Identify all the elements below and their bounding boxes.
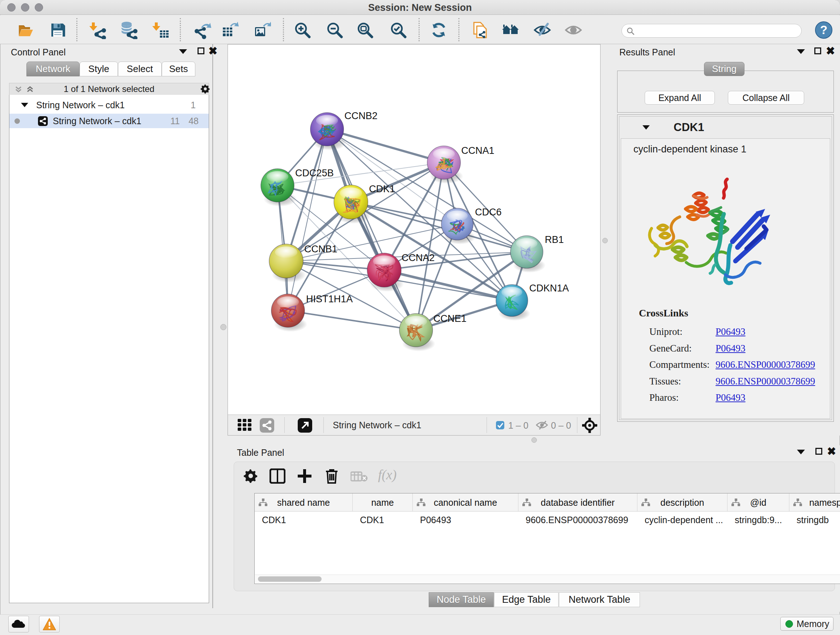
- search-input[interactable]: [622, 24, 802, 38]
- results-panel-close-icon[interactable]: ✖: [826, 48, 835, 54]
- import-network-from-database-icon[interactable]: [119, 21, 137, 39]
- window-title: Session: New Session: [0, 2, 840, 13]
- column-header[interactable]: @id: [728, 494, 789, 511]
- tree-expand-icon[interactable]: [21, 103, 28, 107]
- network-share-icon[interactable]: [260, 418, 274, 432]
- export-table-icon[interactable]: [221, 21, 239, 39]
- zoom-selected-icon[interactable]: [389, 21, 407, 39]
- table-cell[interactable]: 9606.ENSP00000378699: [518, 511, 638, 527]
- toolbar-separator: [76, 18, 77, 41]
- toolbar-separator: [283, 18, 284, 41]
- scrollbar-thumb[interactable]: [258, 576, 322, 582]
- warnings-button[interactable]: [39, 616, 60, 632]
- node-CDKN1A[interactable]: CDKN1A: [496, 283, 569, 321]
- tab-string[interactable]: String: [704, 62, 745, 76]
- show-columns-icon[interactable]: [270, 469, 286, 484]
- clone-network-icon[interactable]: [471, 21, 489, 39]
- tab-network[interactable]: Network: [27, 62, 80, 76]
- gear-icon[interactable]: [201, 84, 210, 94]
- table-panel-close-icon[interactable]: ✖: [827, 448, 836, 455]
- horizontal-scrollbar[interactable]: [255, 575, 840, 583]
- node-CCNB2[interactable]: CCNB2: [310, 111, 378, 150]
- gene-collapse-icon[interactable]: [643, 125, 650, 130]
- export-image-icon[interactable]: [253, 21, 271, 39]
- tab-style[interactable]: Style: [80, 62, 118, 76]
- tab-node-table[interactable]: Node Table: [429, 592, 494, 607]
- crosslink-link[interactable]: P06493: [715, 392, 745, 403]
- memory-button[interactable]: Memory: [780, 617, 834, 631]
- network-canvas[interactable]: CCNB2CCNA1CDC25BCDK1CDC6RB1CCNB1CCNA2CDK…: [228, 44, 600, 415]
- tab-edge-table[interactable]: Edge Table: [494, 592, 559, 607]
- show-details-icon[interactable]: [564, 21, 583, 39]
- crosslink-link[interactable]: 9606.ENSP00000378699: [715, 376, 815, 387]
- selected-checkbox-icon[interactable]: [496, 421, 504, 429]
- home-icon[interactable]: [501, 21, 519, 39]
- expand-all-button[interactable]: Expand All: [645, 91, 715, 105]
- table-gear-icon[interactable]: [243, 469, 258, 484]
- birds-eye-view-icon[interactable]: [238, 419, 253, 431]
- control-panel-title: Control Panel: [11, 47, 65, 57]
- add-column-icon[interactable]: [296, 468, 313, 485]
- open-file-icon[interactable]: [16, 21, 34, 39]
- crosslink-row: Pharos:P06493: [649, 392, 679, 403]
- results-panel-collapse-icon[interactable]: [797, 49, 805, 54]
- control-panel-collapse-icon[interactable]: [179, 49, 187, 54]
- crosslink-link[interactable]: P06493: [715, 326, 745, 337]
- column-header[interactable]: namespace: [789, 494, 840, 511]
- export-network-icon[interactable]: [193, 21, 211, 39]
- table-cell[interactable]: stringdb:9...: [728, 511, 789, 527]
- node-CDK1[interactable]: CDK1: [334, 184, 395, 224]
- zoom-fit-icon[interactable]: [356, 21, 374, 39]
- tab-network-table[interactable]: Network Table: [559, 592, 640, 607]
- column-header[interactable]: canonical name: [413, 494, 518, 511]
- tab-sets[interactable]: Sets: [162, 62, 195, 76]
- network-row[interactable]: String Network – cdk1 11 48: [9, 114, 209, 128]
- zoom-out-icon[interactable]: [325, 21, 344, 39]
- zoom-in-icon[interactable]: [294, 21, 311, 39]
- column-header-label: database identifier: [518, 494, 637, 511]
- collapse-all-button[interactable]: Collapse All: [728, 91, 804, 105]
- open-in-new-window-icon[interactable]: [298, 418, 312, 432]
- help-icon[interactable]: ?: [815, 21, 833, 39]
- crosslink-link[interactable]: 9606.ENSP00000378699: [715, 359, 815, 371]
- table-panel-float-icon[interactable]: [815, 448, 822, 455]
- node-HIST1H1A[interactable]: HIST1H1A: [271, 294, 353, 332]
- network-collection-row[interactable]: String Network – cdk1 1: [9, 98, 209, 112]
- gene-name: CDK1: [674, 121, 704, 134]
- cloud-button[interactable]: [8, 616, 29, 632]
- right-splitter-handle[interactable]: [600, 235, 613, 248]
- table-panel-collapse-icon[interactable]: [797, 450, 805, 454]
- node-CCNA1[interactable]: CCNA1: [427, 145, 494, 184]
- column-header-label: name: [353, 494, 412, 511]
- delete-column-icon[interactable]: [324, 468, 340, 485]
- node-CCNA2[interactable]: CCNA2: [367, 252, 435, 292]
- import-network-icon[interactable]: [89, 21, 107, 39]
- fit-selected-icon[interactable]: [582, 418, 597, 433]
- column-header[interactable]: description: [638, 494, 728, 511]
- column-header[interactable]: name: [353, 494, 413, 511]
- results-panel-float-icon[interactable]: [814, 48, 821, 54]
- table-cell[interactable]: P06493: [413, 511, 518, 527]
- tab-select[interactable]: Select: [118, 62, 162, 76]
- crosslink-link[interactable]: P06493: [715, 343, 745, 354]
- results-buttons-box: Expand All Collapse All: [617, 71, 834, 112]
- table-cell[interactable]: CDK1: [353, 511, 413, 527]
- crosslink-row: Uniprot:P06493: [649, 326, 683, 337]
- control-panel-close-icon[interactable]: ✖: [208, 48, 218, 54]
- network-type-icon: [38, 116, 48, 126]
- hidden-eye-icon: [536, 420, 548, 430]
- hide-details-icon[interactable]: [533, 21, 551, 39]
- save-session-icon[interactable]: [49, 21, 67, 39]
- refresh-icon[interactable]: [430, 21, 448, 39]
- import-table-icon[interactable]: [152, 21, 170, 39]
- table-cell[interactable]: CDK1: [255, 511, 353, 527]
- node-CCNB1[interactable]: CCNB1: [269, 244, 338, 283]
- column-header[interactable]: shared name: [255, 494, 353, 511]
- gene-header-row[interactable]: CDK1: [620, 117, 831, 138]
- table-cell[interactable]: cyclin-dependent ...: [638, 511, 728, 527]
- node-RB1[interactable]: RB1: [510, 234, 564, 272]
- column-header[interactable]: database identifier: [518, 494, 638, 511]
- table-cell[interactable]: stringdb: [789, 511, 840, 527]
- toolbar-separator: [284, 417, 285, 433]
- control-panel-float-icon[interactable]: [197, 48, 204, 54]
